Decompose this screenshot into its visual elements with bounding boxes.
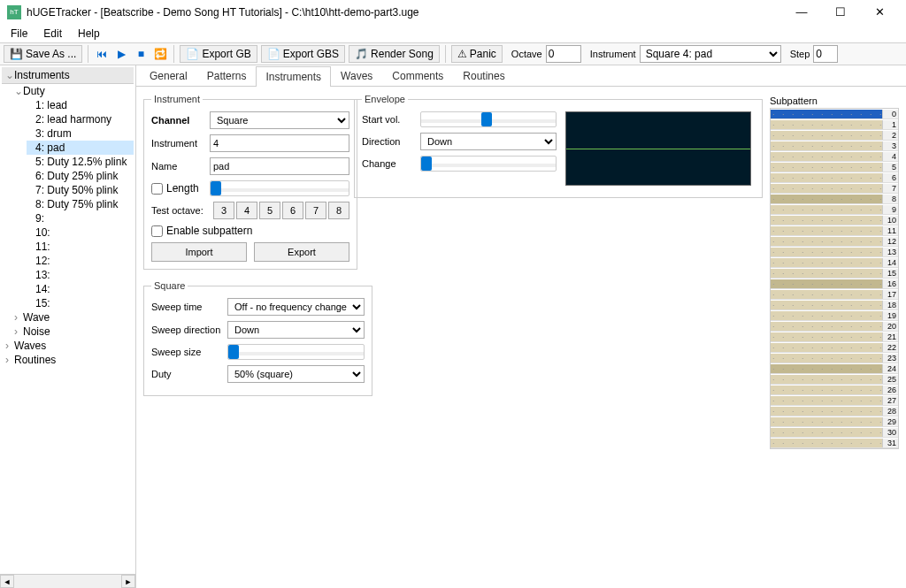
subpattern-row[interactable]: · · · · · · · · · · · ·28 bbox=[771, 406, 898, 416]
subpattern-row[interactable]: · · · · · · · · · · · ·13 bbox=[771, 247, 898, 257]
octave-5-button[interactable]: 5 bbox=[259, 202, 280, 219]
tree-item[interactable]: 15: bbox=[27, 296, 134, 310]
tab-general[interactable]: General bbox=[140, 65, 197, 86]
subpattern-row[interactable]: · · · · · · · · · · · ·5 bbox=[771, 162, 898, 172]
sweep-direction-select[interactable]: Down bbox=[227, 321, 365, 339]
tree-item[interactable]: 11: bbox=[27, 240, 134, 254]
subpattern-row[interactable]: · · · · · · · · · · · ·0 bbox=[771, 109, 898, 119]
subpattern-row[interactable]: · · · · · · · · · · · ·9 bbox=[771, 204, 898, 215]
octave-7-button[interactable]: 7 bbox=[305, 202, 326, 219]
step-input[interactable] bbox=[813, 45, 838, 63]
tree-item[interactable]: 3: drum bbox=[27, 126, 134, 141]
subpattern-row[interactable]: · · · · · · · · · · · ·24 bbox=[771, 363, 898, 374]
sweep-time-select[interactable]: Off - no frequency change bbox=[227, 298, 365, 316]
subpattern-row[interactable]: · · · · · · · · · · · ·22 bbox=[771, 342, 898, 353]
subpattern-row[interactable]: · · · · · · · · · · · ·2 bbox=[771, 130, 898, 141]
render-song-button[interactable]: 🎵Render Song bbox=[349, 45, 440, 63]
instrument-number-input[interactable] bbox=[210, 134, 349, 152]
instrument-select[interactable]: Square 4: pad bbox=[640, 45, 781, 63]
octave-input[interactable] bbox=[546, 45, 581, 63]
subpattern-row[interactable]: · · · · · · · · · · · ·15 bbox=[771, 268, 898, 279]
subpattern-row[interactable]: · · · · · · · · · · · ·4 bbox=[771, 151, 898, 162]
channel-select[interactable]: Square bbox=[210, 111, 349, 129]
menu-edit[interactable]: Edit bbox=[36, 26, 69, 42]
length-slider[interactable] bbox=[210, 180, 349, 196]
subpattern-row[interactable]: · · · · · · · · · · · ·20 bbox=[771, 321, 898, 332]
enable-subpattern-checkbox[interactable] bbox=[151, 225, 163, 237]
export-button[interactable]: Export bbox=[254, 242, 349, 262]
subpattern-row[interactable]: · · · · · · · · · · · ·3 bbox=[771, 141, 898, 151]
tree-item[interactable]: 5: Duty 12.5% plink bbox=[27, 155, 134, 169]
subpattern-row[interactable]: · · · · · · · · · · · ·19 bbox=[771, 310, 898, 321]
octave-8-button[interactable]: 8 bbox=[328, 202, 349, 219]
subpattern-row[interactable]: · · · · · · · · · · · ·27 bbox=[771, 395, 898, 406]
change-slider[interactable] bbox=[420, 156, 557, 172]
tree-item[interactable]: 9: bbox=[27, 211, 134, 225]
subpattern-row[interactable]: · · · · · · · · · · · ·17 bbox=[771, 289, 898, 300]
subpattern-row[interactable]: · · · · · · · · · · · ·30 bbox=[771, 427, 898, 438]
subpattern-row[interactable]: · · · · · · · · · · · ·6 bbox=[771, 172, 898, 183]
tree-item[interactable]: 6: Duty 25% plink bbox=[27, 169, 134, 183]
tree-item[interactable]: 14: bbox=[27, 282, 134, 296]
tab-instruments[interactable]: Instruments bbox=[256, 66, 331, 87]
name-input[interactable] bbox=[210, 157, 349, 175]
export-gbs-button[interactable]: 📄Export GBS bbox=[261, 45, 345, 63]
maximize-button[interactable]: ☐ bbox=[821, 0, 860, 25]
duty-select[interactable]: 50% (square) bbox=[227, 365, 365, 383]
menu-help[interactable]: Help bbox=[71, 26, 107, 42]
tree-item[interactable]: 1: lead bbox=[27, 98, 134, 112]
tree-item[interactable]: 12: bbox=[27, 254, 134, 268]
subpattern-row[interactable]: · · · · · · · · · · · ·29 bbox=[771, 416, 898, 427]
stop-button[interactable]: ■ bbox=[133, 46, 149, 62]
subpattern-row[interactable]: · · · · · · · · · · · ·7 bbox=[771, 183, 898, 194]
subpattern-row[interactable]: · · · · · · · · · · · ·10 bbox=[771, 215, 898, 225]
start-vol-slider[interactable] bbox=[420, 111, 557, 127]
subpattern-row[interactable]: · · · · · · · · · · · ·31 bbox=[771, 438, 898, 448]
tab-patterns[interactable]: Patterns bbox=[197, 65, 257, 86]
subpattern-row[interactable]: · · · · · · · · · · · ·1 bbox=[771, 119, 898, 130]
tree-waves[interactable]: ›Waves bbox=[5, 339, 134, 353]
tree-item[interactable]: 8: Duty 75% plink bbox=[27, 197, 134, 211]
subpattern-row[interactable]: · · · · · · · · · · · ·23 bbox=[771, 353, 898, 363]
tree-noise[interactable]: ›Noise bbox=[14, 325, 134, 339]
tree-item[interactable]: 10: bbox=[27, 225, 134, 240]
subpattern-row[interactable]: · · · · · · · · · · · ·25 bbox=[771, 374, 898, 385]
subpattern-row[interactable]: · · · · · · · · · · · ·18 bbox=[771, 300, 898, 310]
import-button[interactable]: Import bbox=[151, 242, 247, 262]
octave-3-button[interactable]: 3 bbox=[213, 202, 234, 219]
tree-duty[interactable]: ⌄Duty bbox=[14, 84, 134, 98]
direction-select[interactable]: Down bbox=[420, 133, 557, 150]
tree-item[interactable]: 7: Duty 50% plink bbox=[27, 183, 134, 197]
subpattern-row[interactable]: · · · · · · · · · · · ·16 bbox=[771, 279, 898, 289]
tree-wave[interactable]: ›Wave bbox=[14, 310, 134, 325]
play-button[interactable]: ▶ bbox=[113, 46, 129, 62]
subpattern-row[interactable]: · · · · · · · · · · · ·21 bbox=[771, 332, 898, 342]
subpattern-row[interactable]: · · · · · · · · · · · ·26 bbox=[771, 385, 898, 395]
tree-routines[interactable]: ›Routines bbox=[5, 353, 134, 367]
minimize-button[interactable]: — bbox=[782, 0, 821, 25]
subpattern-grid[interactable]: · · · · · · · · · · · ·0· · · · · · · · … bbox=[770, 108, 899, 449]
loop-button[interactable]: 🔁 bbox=[152, 46, 168, 62]
tree-item[interactable]: 4: pad bbox=[27, 141, 134, 155]
length-checkbox[interactable] bbox=[151, 183, 163, 195]
sweep-size-slider[interactable] bbox=[227, 344, 365, 360]
tree-item[interactable]: 2: lead harmony bbox=[27, 112, 134, 126]
subpattern-row[interactable]: · · · · · · · · · · · ·8 bbox=[771, 194, 898, 204]
subpattern-row[interactable]: · · · · · · · · · · · ·11 bbox=[771, 225, 898, 236]
export-gb-button[interactable]: 📄Export GB bbox=[180, 45, 257, 63]
tab-waves[interactable]: Waves bbox=[331, 65, 382, 86]
tab-routines[interactable]: Routines bbox=[453, 65, 514, 86]
save-as-button[interactable]: 💾Save As ... bbox=[4, 45, 82, 63]
subpattern-row[interactable]: · · · · · · · · · · · ·12 bbox=[771, 236, 898, 247]
panic-button[interactable]: ⚠Panic bbox=[451, 45, 503, 63]
tree-item[interactable]: 13: bbox=[27, 268, 134, 282]
envelope-visualization bbox=[565, 111, 751, 186]
octave-4-button[interactable]: 4 bbox=[236, 202, 257, 219]
octave-6-button[interactable]: 6 bbox=[282, 202, 303, 219]
subpattern-row[interactable]: · · · · · · · · · · · ·14 bbox=[771, 257, 898, 268]
close-button[interactable]: ✕ bbox=[860, 0, 899, 25]
menu-file[interactable]: File bbox=[4, 26, 35, 42]
rewind-button[interactable]: ⏮ bbox=[94, 46, 110, 62]
tab-comments[interactable]: Comments bbox=[382, 65, 453, 86]
tree-scrollbar[interactable]: ◄► bbox=[0, 574, 135, 588]
